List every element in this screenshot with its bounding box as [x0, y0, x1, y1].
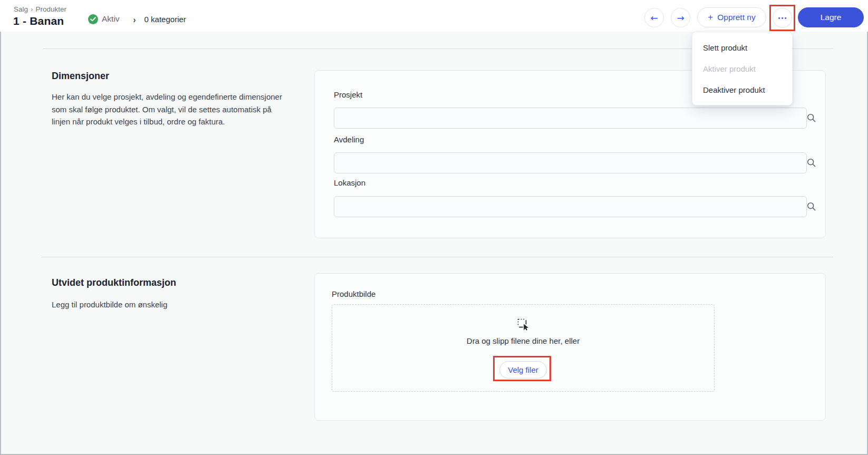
top-bar: Salg›Produkter 1 - Banan Aktiv › 0 kateg… [0, 0, 868, 32]
file-dropzone[interactable]: Dra og slipp filene dine her, eller Velg… [332, 304, 715, 392]
search-icon [806, 158, 817, 168]
menu-item-aktiver-produkt: Aktiver produkt [692, 58, 792, 79]
product-image-card: Produktbilde Dra og slipp filene dine he… [314, 273, 826, 421]
chevron-right-icon: › [133, 14, 136, 24]
section-heading-dimensjoner: Dimensjoner [52, 71, 109, 82]
section-description-utvidet: Legg til produktbilde om ønskelig [52, 298, 167, 311]
status-badge: Aktiv [102, 14, 120, 24]
search-icon [806, 113, 817, 123]
dropzone-text: Dra og slipp filene dine her, eller [332, 336, 714, 345]
field-label-lokasjon: Lokasjon [334, 178, 365, 187]
breadcrumb-salg[interactable]: Salg [14, 5, 28, 13]
next-product-button[interactable]: → [671, 8, 690, 27]
field-label-prosjekt: Prosjekt [334, 90, 362, 99]
save-label: Lagre [821, 13, 842, 22]
previous-product-button[interactable]: ← [644, 8, 664, 27]
menu-item-slett-produkt[interactable]: Slett produkt [692, 37, 792, 58]
breadcrumb-produkter[interactable]: Produkter [36, 5, 67, 13]
avdeling-input[interactable] [334, 152, 807, 173]
section-divider-middle [41, 257, 833, 257]
menu-item-deaktiver-produkt[interactable]: Deaktiver produkt [692, 79, 792, 100]
ellipsis-icon: ••• [777, 15, 788, 21]
section-heading-utvidet-produktinformasjon: Utvidet produktinformasjon [52, 277, 176, 288]
more-actions-button[interactable]: ••• [773, 8, 792, 28]
section-description-dimensjoner: Her kan du velge prosjekt, avdeling og e… [52, 91, 285, 128]
arrow-right-icon: → [677, 13, 684, 23]
drag-select-cursor-icon [516, 317, 530, 333]
more-actions-menu: Slett produkt Aktiver produkt Deaktiver … [692, 32, 793, 105]
productimage-label: Produktbilde [332, 289, 375, 298]
prosjekt-input[interactable] [334, 108, 807, 129]
search-icon [806, 201, 817, 212]
categories-link[interactable]: 0 kategorier [144, 15, 186, 24]
lokasjon-input[interactable] [334, 196, 807, 217]
arrow-left-icon: ← [650, 13, 658, 23]
create-new-label: Opprett ny [717, 13, 755, 22]
save-button[interactable]: Lagre [798, 7, 864, 27]
create-new-button[interactable]: + Opprett ny [697, 7, 766, 27]
check-circle-icon [88, 14, 98, 24]
page-title: 1 - Banan [13, 15, 64, 27]
breadcrumb-separator: › [31, 5, 33, 13]
plus-icon: + [708, 12, 713, 23]
app-window: Salg›Produkter 1 - Banan Aktiv › 0 kateg… [0, 0, 868, 455]
status-row: Aktiv › 0 kategorier [88, 13, 186, 25]
choose-files-button[interactable]: Velg filer [499, 361, 547, 379]
breadcrumb: Salg›Produkter [14, 5, 66, 13]
field-label-avdeling: Avdeling [334, 135, 364, 144]
